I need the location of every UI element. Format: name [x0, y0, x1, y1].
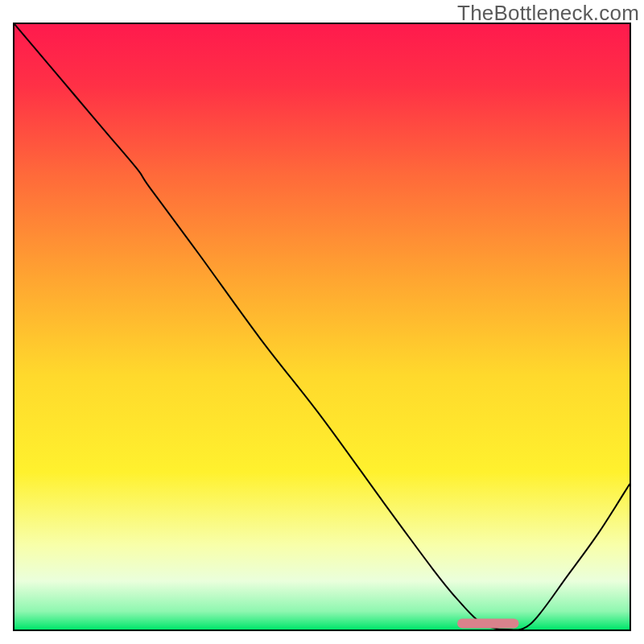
plot-area [13, 23, 631, 631]
watermark-text: TheBottleneck.com [457, 1, 639, 26]
curve-layer [14, 24, 630, 630]
optimal-zone-marker [457, 618, 518, 628]
chart-frame: TheBottleneck.com [0, 0, 644, 644]
bottleneck-curve [14, 24, 630, 630]
